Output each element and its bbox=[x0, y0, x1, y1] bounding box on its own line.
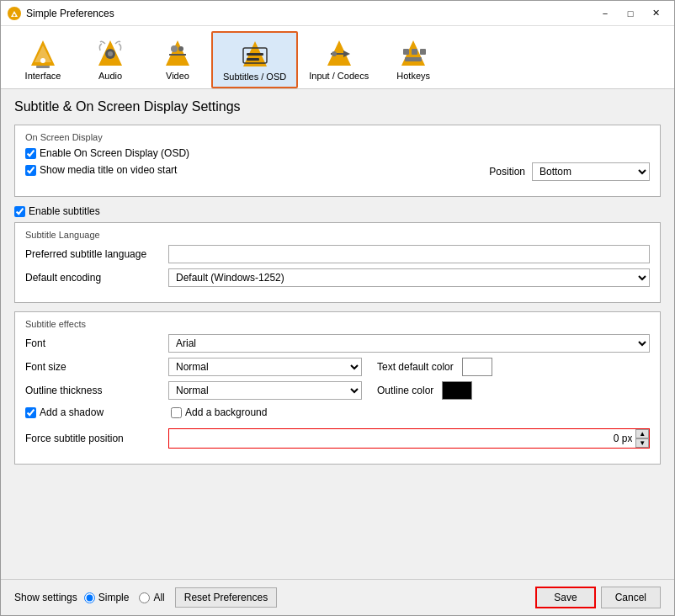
svg-point-9 bbox=[108, 51, 113, 56]
nav-input-label: Input / Codecs bbox=[309, 71, 369, 81]
enable-osd-checkbox[interactable] bbox=[25, 148, 36, 159]
subtitle-lang-group-label: Subtitle Language bbox=[25, 230, 650, 240]
shadow-background-row: Add a shadow Add a background bbox=[25, 405, 650, 423]
force-position-row: Force subtitle position ▲ ▼ bbox=[25, 428, 650, 449]
position-label: Position bbox=[489, 166, 525, 178]
show-media-title-label[interactable]: Show media title on video start bbox=[40, 164, 177, 176]
maximize-button[interactable]: □ bbox=[619, 4, 642, 23]
default-encoding-select[interactable]: Default (Windows-1252) UTF-8 ISO-8859-1 bbox=[168, 268, 650, 287]
nav-subtitles-label: Subtitles / OSD bbox=[223, 72, 286, 82]
all-label[interactable]: All bbox=[153, 592, 164, 603]
add-background-label[interactable]: Add a background bbox=[185, 406, 267, 418]
audio-icon bbox=[93, 37, 127, 71]
font-label: Font bbox=[25, 337, 168, 349]
interface-icon bbox=[26, 37, 60, 71]
svg-marker-10 bbox=[166, 40, 189, 66]
nav-audio[interactable]: Audio bbox=[77, 31, 144, 88]
bottom-bar: Show settings Simple All Reset Preferenc… bbox=[1, 579, 674, 615]
add-shadow-checkbox[interactable] bbox=[25, 407, 36, 418]
font-size-select[interactable]: Normal Small Large Very Large bbox=[168, 358, 362, 376]
all-radio[interactable] bbox=[139, 592, 150, 603]
enable-subtitles-label[interactable]: Enable subtitles bbox=[29, 205, 100, 217]
preferred-lang-label: Preferred subtitle language bbox=[25, 248, 168, 260]
outline-select[interactable]: Normal Thin Medium Thick bbox=[168, 381, 362, 400]
svg-point-5 bbox=[40, 58, 45, 63]
nav-hotkeys-label: Hotkeys bbox=[396, 71, 430, 81]
default-encoding-field: Default (Windows-1252) UTF-8 ISO-8859-1 bbox=[168, 268, 650, 287]
force-position-field: ▲ ▼ bbox=[168, 428, 650, 449]
nav-interface[interactable]: Interface bbox=[9, 31, 77, 88]
subtitles-icon bbox=[238, 38, 272, 72]
svg-point-12 bbox=[178, 46, 183, 51]
add-background-checkbox[interactable] bbox=[171, 407, 182, 418]
font-field: Arial Times New Roman Courier New Verdan… bbox=[168, 334, 650, 353]
simple-radio[interactable] bbox=[84, 592, 95, 603]
font-row: Font Arial Times New Roman Courier New V… bbox=[25, 334, 650, 353]
text-color-swatch[interactable] bbox=[462, 358, 492, 376]
cancel-button[interactable]: Cancel bbox=[601, 587, 661, 608]
svg-point-2 bbox=[13, 13, 16, 16]
outline-row: Outline thickness Normal Thin Medium Thi… bbox=[25, 381, 650, 400]
position-field: Position Bottom Top Left Right Center bbox=[489, 162, 650, 181]
show-media-title-checkbox[interactable] bbox=[25, 165, 36, 176]
preferred-lang-input[interactable] bbox=[168, 245, 650, 263]
svg-rect-13 bbox=[169, 54, 186, 56]
all-radio-row: All bbox=[139, 592, 164, 603]
font-select[interactable]: Arial Times New Roman Courier New Verdan… bbox=[168, 334, 650, 353]
osd-group: On Screen Display Enable On Screen Displ… bbox=[14, 125, 661, 197]
force-position-spinner[interactable]: ▲ ▼ bbox=[168, 428, 650, 449]
preferred-lang-row: Preferred subtitle language bbox=[25, 245, 650, 263]
spinner-up[interactable]: ▲ bbox=[635, 429, 649, 438]
show-media-title-checkbox-row: Show media title on video start bbox=[25, 164, 177, 176]
svg-rect-26 bbox=[405, 57, 422, 61]
svg-rect-23 bbox=[403, 49, 409, 55]
svg-rect-25 bbox=[420, 49, 426, 55]
svg-point-21 bbox=[332, 51, 337, 56]
svg-rect-24 bbox=[412, 49, 417, 55]
nav-input[interactable]: Input / Codecs bbox=[298, 31, 380, 88]
enable-osd-label[interactable]: Enable On Screen Display (OSD) bbox=[40, 147, 189, 159]
show-media-title-row: Show media title on video start Position… bbox=[25, 162, 650, 181]
enable-subtitles-checkbox[interactable] bbox=[14, 206, 25, 217]
page-title: Subtitle & On Screen Display Settings bbox=[14, 99, 661, 114]
nav-interface-label: Interface bbox=[25, 71, 61, 81]
force-position-label: Force subtitle position bbox=[25, 433, 168, 444]
window-title: Simple Preferences bbox=[26, 8, 593, 19]
close-button[interactable]: ✕ bbox=[644, 4, 667, 23]
hotkeys-icon bbox=[396, 37, 430, 71]
font-size-label: Font size bbox=[25, 361, 168, 373]
title-bar: Simple Preferences − □ ✕ bbox=[1, 1, 674, 26]
outline-color-swatch[interactable] bbox=[442, 381, 472, 400]
position-select[interactable]: Bottom Top Left Right Center bbox=[532, 162, 650, 181]
app-icon bbox=[8, 7, 21, 20]
default-encoding-row: Default encoding Default (Windows-1252) … bbox=[25, 268, 650, 287]
enable-subtitles-row: Enable subtitles bbox=[14, 205, 661, 217]
outline-controls: Normal Thin Medium Thick Outline color bbox=[168, 381, 650, 400]
minimize-button[interactable]: − bbox=[593, 4, 617, 23]
nav-video-label: Video bbox=[166, 71, 189, 81]
spinner-buttons: ▲ ▼ bbox=[635, 429, 649, 448]
spinner-down[interactable]: ▼ bbox=[635, 438, 649, 448]
reset-preferences-button[interactable]: Reset Preferences bbox=[175, 587, 277, 608]
force-position-input[interactable] bbox=[169, 429, 635, 448]
show-settings-label: Show settings bbox=[14, 592, 77, 603]
add-shadow-row: Add a shadow bbox=[25, 406, 104, 418]
simple-label[interactable]: Simple bbox=[98, 592, 130, 603]
font-size-row: Font size Normal Small Large Very Large … bbox=[25, 358, 650, 376]
effects-group-label: Subtitle effects bbox=[25, 319, 650, 329]
nav-subtitles[interactable]: Subtitles / OSD bbox=[211, 31, 298, 88]
nav-bar: Interface Audio Video bbox=[1, 26, 674, 89]
add-shadow-label[interactable]: Add a shadow bbox=[40, 406, 104, 418]
add-background-row: Add a background bbox=[171, 406, 267, 418]
save-button[interactable]: Save bbox=[535, 587, 595, 608]
svg-rect-6 bbox=[36, 66, 50, 68]
text-color-label: Text default color bbox=[377, 361, 454, 373]
window-controls: − □ ✕ bbox=[593, 4, 667, 23]
svg-point-11 bbox=[171, 45, 178, 52]
default-encoding-label: Default encoding bbox=[25, 272, 168, 284]
outline-thickness-label: Outline thickness bbox=[25, 385, 168, 396]
nav-hotkeys[interactable]: Hotkeys bbox=[380, 31, 447, 88]
nav-video[interactable]: Video bbox=[144, 31, 211, 88]
svg-rect-16 bbox=[247, 58, 259, 61]
font-size-controls: Normal Small Large Very Large Text defau… bbox=[168, 358, 650, 376]
